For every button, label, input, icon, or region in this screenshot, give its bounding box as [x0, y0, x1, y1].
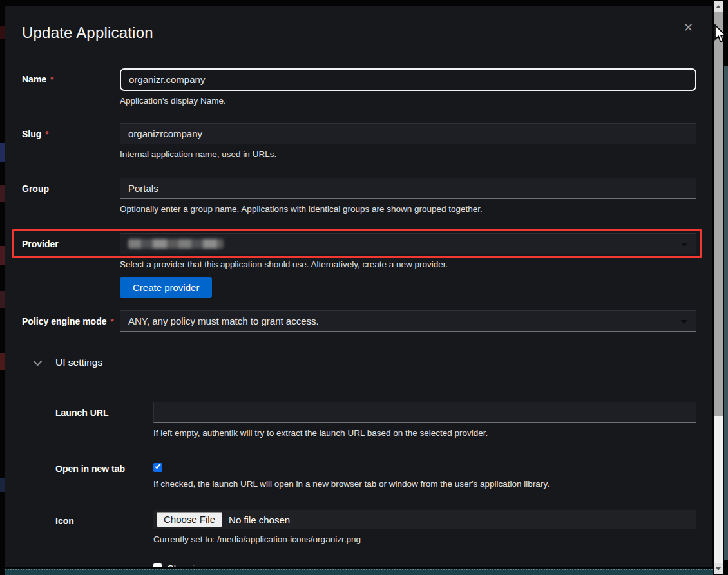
background-page-edge [724, 66, 728, 560]
background-page-edge-bottom [5, 569, 713, 575]
name-help: Application's display Name. [120, 95, 696, 106]
required-asterisk: * [50, 75, 53, 84]
update-application-modal: Update Application ✕ Name* organizr.comp… [5, 6, 712, 567]
scrollbar[interactable] [714, 1, 723, 574]
form-row-policy-engine-mode: Policy engine mode* ANY, any policy must… [22, 310, 696, 332]
dropdown-caret-icon [681, 243, 687, 247]
scrollbar-up-button[interactable] [714, 1, 723, 12]
background-page-fragment [0, 185, 5, 202]
slug-help: Internal application name, used in URLs. [120, 149, 696, 160]
provider-help: Select a provider that this application … [120, 259, 696, 270]
choose-file-button[interactable]: Choose File [157, 512, 222, 527]
background-page-fragment [0, 353, 5, 370]
form-row-group: Group Optionally enter a group name. App… [22, 178, 696, 214]
icon-help: Currently set to: /media/application-ico… [153, 534, 696, 545]
required-asterisk: * [45, 129, 48, 139]
policy-engine-mode-value: ANY, any policy must match to grant acce… [128, 316, 319, 326]
scroll-down-icon [716, 567, 721, 570]
icon-file-input[interactable]: Choose File No file chosen [153, 510, 696, 529]
form-row-clear-icon: Clear icon [55, 562, 696, 567]
close-icon[interactable]: ✕ [682, 21, 694, 35]
form-row-launch-url: Launch URL If left empty, authentik will… [55, 402, 696, 438]
clear-icon-checkbox[interactable] [153, 563, 162, 567]
group-label: Group [22, 184, 49, 194]
form-row-icon: Icon Choose File No file chosen Currentl… [55, 510, 696, 545]
scrollbar-down-button[interactable] [714, 563, 723, 574]
provider-value-redacted [128, 239, 224, 249]
name-input[interactable]: organizr.company [120, 68, 696, 91]
background-page-fragment [0, 291, 5, 308]
name-input-value: organizr.company [129, 74, 205, 85]
launch-url-input[interactable] [153, 402, 696, 423]
form-row-slug: Slug* Internal application name, used in… [22, 123, 696, 160]
create-provider-button[interactable]: Create provider [120, 277, 212, 298]
provider-label: Provider [22, 239, 59, 249]
required-asterisk: * [110, 317, 113, 326]
open-in-new-tab-checkbox[interactable] [153, 463, 162, 472]
background-page-fragment [0, 478, 5, 492]
dropdown-caret-icon [681, 320, 687, 324]
group-help: Optionally enter a group name. Applicati… [120, 203, 696, 214]
ui-settings-section-toggle[interactable]: UI settings [33, 357, 696, 368]
background-page-fragment [0, 26, 5, 39]
application-form: Name* organizr.company Application's dis… [22, 68, 696, 567]
policy-engine-mode-select[interactable]: ANY, any policy must match to grant acce… [120, 310, 696, 332]
check-icon [155, 463, 161, 469]
group-input[interactable] [120, 178, 696, 199]
form-row-provider: Provider Select a provider that this app… [22, 233, 696, 298]
policy-engine-mode-label: Policy engine mode [22, 316, 106, 326]
clear-icon-label: Clear icon [167, 562, 211, 567]
scrollbar-thumb[interactable] [714, 12, 723, 416]
background-page-fragment [0, 143, 5, 162]
icon-label: Icon [55, 516, 74, 526]
ui-settings-title: UI settings [55, 357, 102, 368]
scroll-up-icon [716, 5, 721, 8]
slug-input[interactable] [120, 123, 696, 144]
text-cursor [206, 74, 206, 85]
open-in-new-tab-label: Open in new tab [55, 464, 125, 474]
name-label: Name [22, 74, 46, 84]
open-in-new-tab-help: If checked, the launch URL will open in … [153, 478, 696, 489]
background-page-fragment [0, 246, 5, 265]
form-row-open-in-new-tab: Open in new tab If checked, the launch U… [55, 458, 696, 489]
provider-select[interactable] [120, 233, 696, 254]
slug-label: Slug [22, 129, 41, 139]
launch-url-label: Launch URL [55, 408, 108, 418]
form-row-name: Name* organizr.company Application's dis… [22, 68, 696, 106]
chevron-down-icon [33, 360, 43, 366]
launch-url-help: If left empty, authentik will try to ext… [153, 428, 696, 438]
modal-title: Update Application [22, 24, 696, 42]
file-status-text: No file chosen [229, 514, 290, 525]
